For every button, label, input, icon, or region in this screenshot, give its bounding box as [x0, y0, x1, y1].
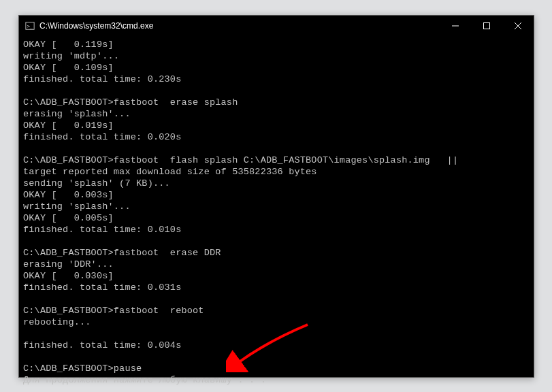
maximize-button[interactable]	[471, 16, 502, 36]
terminal-line	[23, 85, 530, 97]
terminal-line: OKAY [ 0.019s]	[23, 120, 530, 131]
cmd-window: >_ C:\Windows\system32\cmd.exe OKAY [ 0.…	[18, 15, 534, 378]
terminal-line	[23, 293, 530, 305]
terminal-line: C:\ADB_FASTBOOT>fastboot erase DDR	[23, 247, 530, 259]
terminal-line: C:\ADB_FASTBOOT>fastboot erase splash	[23, 97, 530, 108]
terminal-line: C:\ADB_FASTBOOT>fastboot reboot	[23, 305, 530, 316]
terminal-line: Для продолжения нажмите любую клавишу . …	[23, 374, 530, 386]
terminal-line: OKAY [ 0.005s]	[23, 212, 530, 224]
terminal-line: OKAY [ 0.030s]	[23, 270, 530, 282]
close-button[interactable]	[502, 16, 534, 36]
svg-text:>_: >_	[27, 24, 33, 29]
terminal-line	[23, 328, 530, 340]
minimize-button[interactable]	[440, 16, 471, 36]
terminal-line: writing 'splash'...	[23, 201, 530, 212]
terminal-line: finished. total time: 0.031s	[23, 282, 530, 293]
terminal-line: C:\ADB_FASTBOOT>pause	[23, 363, 530, 374]
terminal-line: writing 'mdtp'...	[23, 50, 530, 62]
terminal-line: finished. total time: 0.010s	[23, 224, 530, 235]
terminal-line: C:\ADB_FASTBOOT>fastboot flash splash C:…	[23, 154, 530, 166]
terminal-line: finished. total time: 0.230s	[23, 74, 530, 85]
terminal-line	[23, 351, 530, 363]
terminal-line: OKAY [ 0.119s]	[23, 39, 530, 50]
terminal-output[interactable]: OKAY [ 0.119s]writing 'mdtp'...OKAY [ 0.…	[19, 36, 534, 389]
titlebar[interactable]: >_ C:\Windows\system32\cmd.exe	[19, 16, 534, 36]
terminal-line: target reported max download size of 535…	[23, 166, 530, 178]
terminal-line: OKAY [ 0.109s]	[23, 62, 530, 74]
terminal-line: finished. total time: 0.020s	[23, 131, 530, 143]
terminal-line: erasing 'splash'...	[23, 108, 530, 120]
window-title: C:\Windows\system32\cmd.exe	[39, 21, 440, 31]
terminal-line: rebooting...	[23, 316, 530, 328]
terminal-line	[23, 143, 530, 154]
terminal-line: OKAY [ 0.003s]	[23, 189, 530, 201]
terminal-line	[23, 235, 530, 247]
window-controls	[440, 16, 534, 36]
svg-rect-3	[484, 23, 490, 29]
terminal-line: erasing 'DDR'...	[23, 259, 530, 270]
terminal-line: finished. total time: 0.004s	[23, 340, 530, 351]
terminal-line: sending 'splash' (7 KB)...	[23, 178, 530, 189]
cmd-icon: >_	[25, 20, 35, 31]
